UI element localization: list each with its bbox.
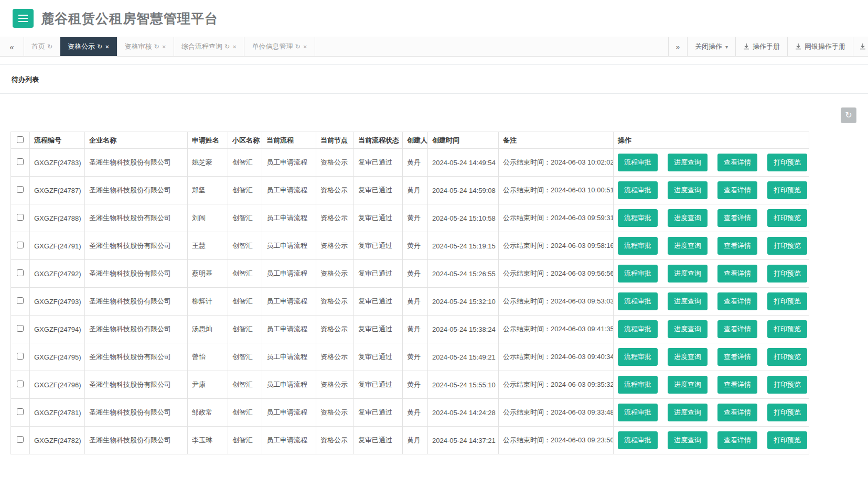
view-details-button[interactable]: 查看详情 [717,376,757,394]
progress-query-button[interactable]: 进度查询 [668,348,708,366]
progress-query-button[interactable]: 进度查询 [668,320,708,338]
view-details-button[interactable]: 查看详情 [717,154,757,171]
cell-remark: 公示结束时间：2024-06-03 10:00:51 [499,177,614,204]
row-checkbox[interactable] [17,381,24,387]
tab-refresh-icon[interactable]: ↻ [154,43,159,50]
process-approval-button[interactable]: 流程审批 [618,154,658,171]
tab-item[interactable]: 资格审核↻✕ [117,37,174,56]
row-checkbox[interactable] [17,408,24,415]
print-preview-button[interactable]: 打印预览 [767,154,807,171]
row-checkbox[interactable] [17,325,24,332]
tab-refresh-icon[interactable]: ↻ [295,43,300,50]
print-preview-button[interactable]: 打印预览 [767,348,807,366]
process-approval-button[interactable]: 流程审批 [618,376,658,394]
process-approval-button[interactable]: 流程审批 [618,431,658,449]
overflow-action-icon[interactable] [853,37,868,56]
tabs-scroll-left-icon[interactable]: « [0,37,24,56]
process-approval-button[interactable]: 流程审批 [618,265,658,283]
print-preview-button[interactable]: 打印预览 [767,292,807,310]
view-details-button[interactable]: 查看详情 [717,181,757,199]
print-preview-button[interactable]: 打印预览 [767,376,807,394]
row-checkbox[interactable] [17,242,24,248]
view-details-button[interactable]: 查看详情 [717,348,757,366]
hamburger-menu-icon[interactable] [13,9,34,28]
cell-process-id: GXGZF(24788) [30,204,85,232]
row-checkbox[interactable] [17,269,24,276]
select-all-checkbox[interactable] [17,136,24,143]
row-checkbox[interactable] [17,214,24,221]
row-checkbox[interactable] [17,297,24,304]
tab-refresh-icon[interactable]: ↻ [224,43,230,50]
column-header: 备注 [499,132,614,149]
tab-actions: » 关闭操作 ▾ 操作手册 网银操作手册 [668,37,868,56]
cell-current-process: 员工申请流程 [262,399,316,427]
tab-item[interactable]: 首页↻ [24,37,60,56]
print-preview-button[interactable]: 打印预览 [767,320,807,338]
refresh-icon[interactable]: ↻ [841,107,856,123]
tab-close-icon[interactable]: ✕ [105,44,109,50]
tab-close-icon[interactable]: ✕ [303,44,307,50]
process-approval-button[interactable]: 流程审批 [618,292,658,310]
view-details-button[interactable]: 查看详情 [717,320,757,338]
view-details-button[interactable]: 查看详情 [717,292,757,310]
cell-process-status: 复审已通过 [354,399,403,427]
view-details-button[interactable]: 查看详情 [717,404,757,421]
row-checkbox[interactable] [17,353,24,360]
print-preview-button[interactable]: 打印预览 [767,209,807,227]
progress-query-button[interactable]: 进度查询 [668,376,708,394]
cell-process-status: 复审已通过 [354,204,403,232]
print-preview-button[interactable]: 打印预览 [767,404,807,421]
view-details-button[interactable]: 查看详情 [717,209,757,227]
progress-query-button[interactable]: 进度查询 [668,292,708,310]
tabs-scroll-right-icon[interactable]: » [668,37,687,56]
cell-remark: 公示结束时间：2024-06-03 09:53:03 [499,288,614,316]
cell-created-time: 2024-05-24 15:55:10 [428,371,499,399]
process-approval-button[interactable]: 流程审批 [618,404,658,421]
print-preview-button[interactable]: 打印预览 [767,237,807,255]
process-approval-button[interactable]: 流程审批 [618,237,658,255]
cell-current-process: 员工申请流程 [262,288,316,316]
progress-query-button[interactable]: 进度查询 [668,237,708,255]
tab-item[interactable]: 资格公示↻✕ [60,37,117,56]
progress-query-button[interactable]: 进度查询 [668,209,708,227]
progress-query-button[interactable]: 进度查询 [668,431,708,449]
tab-item[interactable]: 单位信息管理↻✕ [244,37,315,56]
cell-community-name: 创智汇 [228,204,262,232]
view-details-button[interactable]: 查看详情 [717,265,757,283]
process-approval-button[interactable]: 流程审批 [618,348,658,366]
cell-remark: 公示结束时间：2024-06-03 09:58:16 [499,232,614,260]
progress-query-button[interactable]: 进度查询 [668,181,708,199]
tab-refresh-icon[interactable]: ↻ [97,43,102,50]
print-preview-button[interactable]: 打印预览 [767,181,807,199]
row-checkbox[interactable] [17,436,24,443]
tab-refresh-icon[interactable]: ↻ [47,43,52,50]
tab-close-icon[interactable]: ✕ [232,44,237,50]
progress-query-button[interactable]: 进度查询 [668,265,708,283]
cell-process-id: GXGZF(24791) [30,232,85,260]
cell-process-status: 复审已通过 [354,427,403,454]
process-approval-button[interactable]: 流程审批 [618,320,658,338]
cell-company-name: 圣湘生物科技股份有限公司 [85,260,188,288]
cell-process-id: GXGZF(24794) [30,316,85,343]
tab-item[interactable]: 综合流程查询↻✕ [174,37,244,56]
cell-remark: 公示结束时间：2024-06-03 10:02:02 [499,149,614,177]
row-checkbox[interactable] [17,158,24,165]
cell-community-name: 创智汇 [228,149,262,177]
operation-manual-button[interactable]: 操作手册 [735,37,787,56]
cell-community-name: 创智汇 [228,399,262,427]
process-approval-button[interactable]: 流程审批 [618,209,658,227]
cell-creator: 黄丹 [403,343,428,371]
tab-close-icon[interactable]: ✕ [162,44,166,50]
view-details-button[interactable]: 查看详情 [717,431,757,449]
ebank-manual-button[interactable]: 网银操作手册 [787,37,853,56]
row-checkbox[interactable] [17,186,24,193]
view-details-button[interactable]: 查看详情 [717,237,757,255]
print-preview-button[interactable]: 打印预览 [767,431,807,449]
cell-created-time: 2024-05-24 15:10:58 [428,204,499,232]
print-preview-button[interactable]: 打印预览 [767,265,807,283]
process-approval-button[interactable]: 流程审批 [618,181,658,199]
progress-query-button[interactable]: 进度查询 [668,404,708,421]
progress-query-button[interactable]: 进度查询 [668,154,708,171]
cell-creator: 黄丹 [403,399,428,427]
close-operations-dropdown[interactable]: 关闭操作 ▾ [687,37,735,56]
